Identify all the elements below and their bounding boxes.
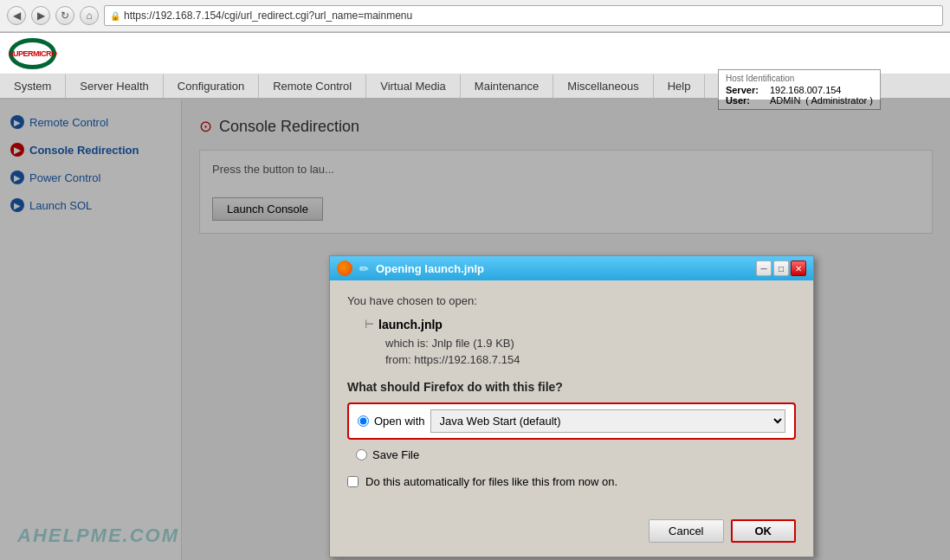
nav-maintenance[interactable]: Maintenance [461,74,553,98]
lock-icon: 🔒 [110,11,120,21]
dialog-from: from: https://192.168.7.154 [385,353,796,366]
auto-checkbox[interactable] [347,476,359,487]
nav-server-health[interactable]: Server Health [66,74,163,98]
browser-toolbar: ◀ ▶ ↻ ⌂ 🔒 https://192.168.7.154/cgi/url_… [0,0,950,32]
dialog-footer: Cancel OK [330,512,813,557]
dialog-close-button[interactable]: ✕ [791,261,806,276]
save-file-label[interactable]: Save File [372,448,419,461]
dialog-filetype: which is: Jnlp file (1.9 KB) [385,337,796,350]
nav-system[interactable]: System [0,74,66,98]
firefox-icon [337,261,352,276]
cancel-button[interactable]: Cancel [649,519,723,543]
host-info-title: Host Identification [726,74,873,83]
address-text: https://192.168.7.154/cgi/url_redirect.c… [124,10,412,22]
dialog-body: You have chosen to open: ⊢ launch.jnlp w… [330,280,813,512]
nav-miscellaneous[interactable]: Miscellaneous [553,74,653,98]
nav-configuration[interactable]: Configuration [164,74,259,98]
main-area: ▶ Remote Control ▶ Console Redirection ▶… [0,100,950,560]
forward-button[interactable]: ▶ [31,6,50,25]
dialog-intro: You have chosen to open: [347,294,796,307]
nav-remote-control[interactable]: Remote Control [259,74,366,98]
ok-button[interactable]: OK [731,519,797,543]
open-with-row: Open with Java Web Start (default) [347,402,796,440]
browser-chrome: ◀ ▶ ↻ ⌂ 🔒 https://192.168.7.154/cgi/url_… [0,0,950,33]
dialog-minimize-button[interactable]: ─ [756,261,772,276]
server-value: 192.168.007.154 [770,85,842,95]
open-with-radio[interactable] [358,415,369,427]
dialog-title-text: Opening launch.jnlp [376,262,484,275]
reload-button[interactable]: ↻ [55,6,74,25]
file-icon: ⊢ [365,319,373,331]
auto-label[interactable]: Do this automatically for files like thi… [365,475,617,488]
back-button[interactable]: ◀ [7,6,26,25]
home-button[interactable]: ⌂ [80,6,99,25]
save-file-radio[interactable] [356,449,367,460]
dialog-question: What should Firefox do with this file? [347,380,796,394]
open-with-label[interactable]: Open with [374,415,425,428]
nav-virtual-media[interactable]: Virtual Media [366,74,461,98]
address-bar[interactable]: 🔒 https://192.168.7.154/cgi/url_redirect… [104,5,943,26]
dialog-titlebar: ✏ Opening launch.jnlp ─ □ ✕ [330,256,813,280]
open-with-select[interactable]: Java Web Start (default) [430,409,785,433]
nav-help[interactable]: Help [654,74,706,98]
supermicro-logo: SUPERMICRO [9,38,56,69]
pencil-icon: ✏ [359,262,369,275]
dialog-maximize-button[interactable]: □ [773,261,789,276]
supermicro-header: SUPERMICRO Host Identification Server: 1… [0,33,950,74]
server-label: Server: [726,85,765,95]
dialog-filename: ⊢ launch.jnlp [365,318,796,331]
auto-checkbox-row: Do this automatically for files like thi… [347,475,796,488]
file-open-dialog: ✏ Opening launch.jnlp ─ □ ✕ You have cho… [329,255,814,557]
save-file-row: Save File [347,445,796,465]
